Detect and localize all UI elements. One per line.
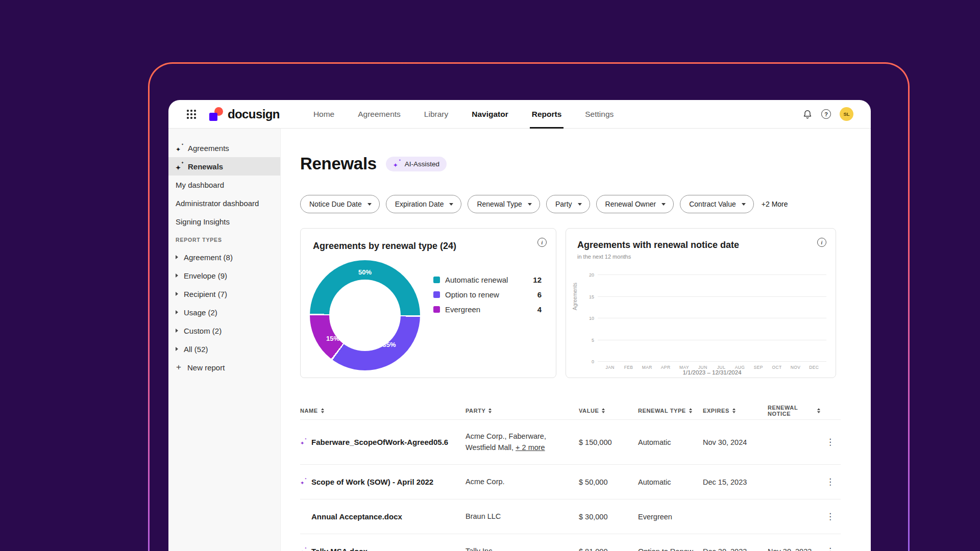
sidebar-item-all52[interactable]: All (52) — [168, 340, 280, 358]
sidebar-item-agreements[interactable]: Agreements — [168, 139, 280, 157]
row-menu-button[interactable]: ⋮ — [820, 512, 841, 521]
chevron-down-icon — [742, 203, 746, 206]
expires-cell: Nov 30, 2024 — [703, 438, 768, 446]
column-header-name[interactable]: NAME — [300, 408, 465, 414]
nav-item-reports[interactable]: Reports — [532, 100, 562, 129]
page-title: Renewals — [300, 154, 377, 173]
legend-value: 12 — [533, 276, 542, 284]
nav-item-navigator[interactable]: Navigator — [472, 100, 508, 129]
document-name[interactable]: Annual Acceptance.docx — [311, 512, 402, 521]
document-name[interactable]: Scope of Work (SOW) - April 2022 — [311, 478, 433, 486]
renewal-notice-cell: Nov 30, 2023 — [768, 547, 820, 551]
sidebar-main-items: AgreementsRenewalsMy dashboardAdministra… — [168, 139, 280, 231]
ai-sparkle-icon — [393, 160, 401, 168]
avatar[interactable]: SL — [840, 107, 853, 121]
sidebar-item-envelope9[interactable]: Envelope (9) — [168, 266, 280, 285]
party-more-link[interactable]: + 2 more — [516, 443, 545, 452]
donut-chart-card: Agreements by renewal type (24) i 50% 35… — [300, 228, 556, 378]
donut-chart-title: Agreements by renewal type (24) — [313, 241, 544, 252]
party-cell: Acme Corp., Faberware, Westfield Mall, +… — [465, 431, 579, 454]
column-header-party[interactable]: PARTY — [465, 408, 579, 414]
column-header-expires[interactable]: EXPIRES — [703, 408, 768, 414]
column-header-renewal-type[interactable]: RENEWAL TYPE — [638, 408, 703, 414]
sidebar-item-my-dashboard[interactable]: My dashboard — [168, 176, 280, 194]
table-row[interactable]: Tally MSA.docxTally Inc.$ 81,000Option t… — [300, 534, 841, 551]
expand-caret-icon — [176, 292, 178, 296]
row-menu-button[interactable]: ⋮ — [820, 438, 841, 446]
chevron-down-icon — [662, 203, 666, 206]
document-name[interactable]: Faberware_ScopeOfWork-Agreed05.6 — [311, 438, 448, 446]
bar-chart-date-range: 1/1/2023 – 12/31/2024 — [598, 369, 826, 375]
app-grid-icon[interactable] — [187, 110, 196, 119]
ai-sparkle-icon — [300, 548, 307, 551]
y-axis-tick-label: 5 — [592, 338, 594, 343]
notifications-bell-icon[interactable] — [802, 109, 813, 119]
sidebar-item-administrator-dashboard[interactable]: Administrator dashboard — [168, 194, 280, 212]
legend-label: Automatic renewal — [445, 276, 528, 284]
y-axis-tick-label: 20 — [589, 272, 594, 278]
nav-item-home[interactable]: Home — [313, 100, 334, 129]
ai-sparkle-icon — [176, 144, 183, 152]
party-cell: Acme Corp. — [465, 477, 579, 488]
expand-caret-icon — [176, 273, 178, 278]
table-body: Faberware_ScopeOfWork-Agreed05.6Acme Cor… — [300, 419, 841, 551]
table-row[interactable]: Annual Acceptance.docxBraun LLC$ 30,000E… — [300, 499, 841, 534]
nav-item-agreements[interactable]: Agreements — [358, 100, 401, 129]
filter-pill-contract-value[interactable]: Contract Value — [680, 195, 754, 213]
sidebar-item-recipient7[interactable]: Recipient (7) — [168, 285, 280, 303]
report-types-heading: REPORT TYPES — [176, 237, 280, 243]
column-header-label: NAME — [300, 408, 318, 414]
party-names: Acme Corp. — [465, 478, 505, 486]
table-row[interactable]: Scope of Work (SOW) - April 2022Acme Cor… — [300, 464, 841, 499]
ai-sparkle-icon — [300, 479, 307, 485]
filter-pill-notice-due-date[interactable]: Notice Due Date — [300, 195, 380, 213]
filter-pill-renewal-type[interactable]: Renewal Type — [468, 195, 540, 213]
sidebar-item-usage2[interactable]: Usage (2) — [168, 303, 280, 321]
more-filters-link[interactable]: +2 More — [762, 200, 788, 208]
nav-item-settings[interactable]: Settings — [585, 100, 614, 129]
expand-caret-icon — [176, 310, 178, 314]
filter-pill-renewal-owner[interactable]: Renewal Owner — [596, 195, 674, 213]
brand-name: docusign — [228, 107, 280, 121]
sidebar-item-signing-insights[interactable]: Signing Insights — [168, 212, 280, 231]
report-type-label: Envelope (9) — [184, 271, 227, 280]
row-menu-button[interactable]: ⋮ — [820, 547, 841, 551]
legend-label: Evergreen — [445, 305, 532, 314]
nav-item-library[interactable]: Library — [424, 100, 448, 129]
ai-sparkle-icon — [300, 439, 307, 445]
row-menu-button[interactable]: ⋮ — [820, 478, 841, 486]
table-row[interactable]: Faberware_ScopeOfWork-Agreed05.6Acme Cor… — [300, 419, 841, 464]
donut-legend: Automatic renewal12Option to renew6Everg… — [433, 272, 542, 317]
column-header-renewal-notice[interactable]: RENEWAL NOTICE — [768, 405, 820, 417]
column-header-label: RENEWAL NOTICE — [768, 405, 814, 417]
expand-caret-icon — [176, 329, 178, 333]
document-name[interactable]: Tally MSA.docx — [311, 547, 368, 551]
info-icon[interactable]: i — [537, 238, 547, 247]
value-cell: $ 81,000 — [579, 547, 638, 551]
sidebar-item-renewals[interactable]: Renewals — [168, 157, 280, 176]
name-cell: Scope of Work (SOW) - April 2022 — [300, 478, 465, 486]
sidebar-item-agreement8[interactable]: Agreement (8) — [168, 248, 280, 266]
info-icon[interactable]: i — [817, 238, 826, 247]
docusign-logo[interactable]: docusign — [209, 107, 280, 121]
name-cell: Faberware_ScopeOfWork-Agreed05.6 — [300, 438, 465, 446]
filter-pill-label: Expiration Date — [395, 200, 444, 208]
party-names: Braun LLC — [465, 512, 501, 520]
sidebar-item-custom2[interactable]: Custom (2) — [168, 321, 280, 340]
sparkle-placeholder — [300, 513, 307, 520]
sidebar-item-label: My dashboard — [176, 181, 224, 189]
sidebar-item-label: Signing Insights — [176, 217, 230, 226]
filter-pill-party[interactable]: Party — [546, 195, 590, 213]
help-icon[interactable]: ? — [821, 109, 831, 119]
filter-pill-label: Notice Due Date — [309, 200, 362, 208]
y-axis-tick-label: 0 — [592, 359, 594, 364]
column-header-value[interactable]: VALUE — [579, 408, 638, 414]
new-report-button[interactable]: + New report — [168, 358, 280, 377]
name-cell: Annual Acceptance.docx — [300, 512, 465, 521]
filter-pill-expiration-date[interactable]: Expiration Date — [386, 195, 462, 213]
column-header-label: PARTY — [465, 408, 485, 414]
legend-swatch — [433, 277, 440, 283]
y-axis-tick-label: 15 — [589, 294, 594, 299]
sidebar-report-types: Agreement (8)Envelope (9)Recipient (7)Us… — [168, 248, 280, 358]
y-axis-tick-label: 10 — [589, 316, 594, 321]
